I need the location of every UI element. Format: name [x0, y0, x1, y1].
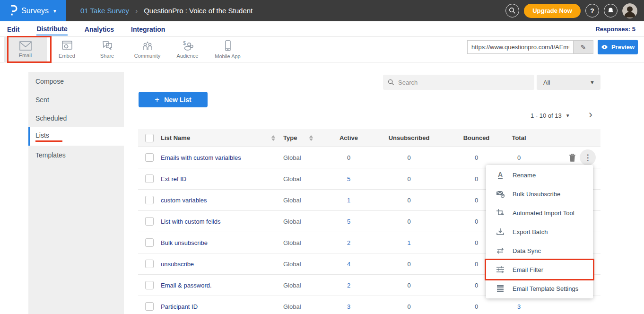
menu-item-bulk-unsubscribe[interactable]: Bulk Unsubscribe: [486, 184, 593, 203]
header-list-name: List Name: [161, 134, 190, 141]
unsubscribed-count[interactable]: 0: [371, 282, 447, 289]
sidebar-item-templates[interactable]: Templates: [28, 146, 124, 164]
sidebar-item-lists[interactable]: Lists: [28, 127, 124, 146]
active-count[interactable]: 2: [326, 282, 371, 289]
sort-list-name-icon[interactable]: [271, 135, 275, 141]
email-sidebar: Compose Sent Scheduled Lists Templates: [28, 72, 124, 314]
search-button[interactable]: [505, 4, 519, 17]
responses-count[interactable]: Responses: 5: [595, 26, 635, 33]
sort-type-icon[interactable]: [309, 135, 313, 141]
share-chat-icon: [102, 41, 113, 51]
total-count[interactable]: 3: [506, 303, 532, 310]
menu-item-export-batch[interactable]: Export Batch: [486, 222, 593, 241]
unsubscribed-count[interactable]: 0: [371, 197, 447, 204]
breadcrumb-separator: ›: [135, 7, 138, 15]
menu-item-automated-import-tool[interactable]: Automated Import Tool: [486, 203, 593, 222]
table-header-row: List Name Type Active Unsubscribed Bounc…: [138, 129, 600, 147]
upgrade-now-button[interactable]: Upgrade Now: [524, 4, 581, 18]
row-checkbox[interactable]: [145, 302, 154, 311]
chevron-down-icon: ▼: [590, 79, 595, 85]
pagination-dropdown[interactable]: 1 - 10 of 13 ▼: [531, 112, 570, 119]
tab-integration[interactable]: Integration: [131, 23, 165, 35]
list-name-link[interactable]: Ext ref ID: [161, 175, 186, 183]
row-checkbox[interactable]: [145, 238, 154, 247]
notifications-button[interactable]: [604, 4, 618, 17]
select-all-checkbox[interactable]: [145, 134, 154, 142]
total-count[interactable]: 0: [506, 154, 532, 161]
active-count[interactable]: 3: [326, 303, 371, 310]
breadcrumb-survey-link[interactable]: 01 Take Survey: [80, 7, 129, 15]
menu-item-rename[interactable]: A Rename: [486, 166, 593, 184]
unsubscribed-count[interactable]: 0: [371, 303, 447, 310]
row-checkbox[interactable]: [145, 196, 154, 204]
tab-distribute[interactable]: Distribute: [36, 22, 67, 35]
preview-button[interactable]: Preview: [598, 40, 638, 54]
filter-selected-value: All: [543, 79, 590, 86]
unsubscribed-count[interactable]: 0: [371, 218, 447, 225]
next-page-button[interactable]: ›: [585, 107, 596, 122]
sidebar-item-sent[interactable]: Sent: [28, 90, 124, 109]
channel-embed[interactable]: Embed: [47, 37, 87, 62]
list-name-link[interactable]: unsubscribe: [161, 261, 194, 268]
channel-audience[interactable]: $ Audience: [167, 37, 208, 62]
svg-text:$: $: [183, 41, 186, 46]
menu-item-data-sync[interactable]: Data Sync: [486, 241, 593, 260]
annotation-red-underline-lists: [35, 140, 62, 142]
download-icon: [496, 227, 505, 236]
list-filter-dropdown[interactable]: All ▼: [537, 75, 600, 90]
edit-url-button[interactable]: ✎: [573, 41, 593, 53]
list-name-link[interactable]: Bulk unsubscribe: [161, 239, 208, 246]
row-checkbox[interactable]: [145, 260, 154, 268]
active-count[interactable]: 4: [326, 261, 371, 268]
list-name-link[interactable]: Participant ID: [161, 303, 198, 310]
tab-analytics[interactable]: Analytics: [85, 23, 114, 35]
list-name-link[interactable]: custom variables: [161, 197, 207, 204]
sidebar-item-scheduled[interactable]: Scheduled: [28, 109, 124, 127]
header-unsubscribed: Unsubscribed: [371, 134, 447, 141]
menu-item-email-filter[interactable]: Email Filter: [486, 260, 593, 279]
menu-item-email-template-settings[interactable]: Email Template Settings: [486, 279, 593, 298]
search-input[interactable]: [398, 79, 530, 86]
embed-browser-gear-icon: [61, 41, 73, 51]
email-envelope-icon: [19, 41, 32, 51]
header-total: Total: [506, 134, 532, 141]
question-mark-icon: ?: [590, 7, 594, 15]
active-count[interactable]: 0: [326, 154, 371, 161]
unsubscribed-count[interactable]: 0: [371, 175, 447, 183]
unsubscribed-count[interactable]: 0: [371, 261, 447, 268]
bounced-count[interactable]: 0: [447, 154, 506, 161]
active-count[interactable]: 2: [326, 239, 371, 246]
channel-mobile-app[interactable]: Mobile App: [208, 37, 248, 62]
row-menu-button[interactable]: ⋮: [580, 149, 596, 166]
sidebar-item-compose[interactable]: Compose: [28, 72, 124, 90]
row-checkbox[interactable]: [145, 281, 154, 289]
unsubscribed-count[interactable]: 1: [371, 239, 447, 246]
tab-edit[interactable]: Edit: [7, 23, 19, 35]
survey-url-input[interactable]: [468, 41, 573, 53]
header-type: Type: [283, 134, 297, 141]
help-button[interactable]: ?: [585, 4, 599, 17]
template-lines-icon: [496, 285, 505, 292]
user-avatar[interactable]: [622, 3, 637, 18]
active-count[interactable]: 5: [326, 175, 371, 183]
list-name-link[interactable]: List with custom feilds: [161, 218, 220, 225]
unsubscribed-count[interactable]: 0: [371, 154, 447, 161]
active-count[interactable]: 5: [326, 218, 371, 225]
new-list-button[interactable]: + New List: [139, 92, 208, 107]
header-active: Active: [326, 134, 371, 141]
list-name-link[interactable]: Emails with custom varialbles: [161, 154, 241, 161]
row-checkbox[interactable]: [145, 174, 154, 183]
list-name-link[interactable]: Email & password.: [161, 282, 212, 289]
channel-email[interactable]: Email: [4, 37, 47, 62]
channel-share[interactable]: Share: [87, 37, 127, 62]
product-name: Surveys: [21, 7, 49, 15]
bounced-count[interactable]: 0: [447, 303, 506, 310]
top-bar: Surveys ▼ 01 Take Survey › QuestionPro :…: [0, 0, 644, 21]
channel-community[interactable]: Community: [127, 37, 167, 62]
delete-list-button[interactable]: [569, 153, 576, 162]
row-checkbox[interactable]: [145, 153, 154, 162]
active-count[interactable]: 1: [326, 197, 371, 204]
row-checkbox[interactable]: [145, 217, 154, 226]
import-crop-icon: [496, 209, 505, 217]
surveys-menu[interactable]: Surveys ▼: [0, 0, 66, 21]
